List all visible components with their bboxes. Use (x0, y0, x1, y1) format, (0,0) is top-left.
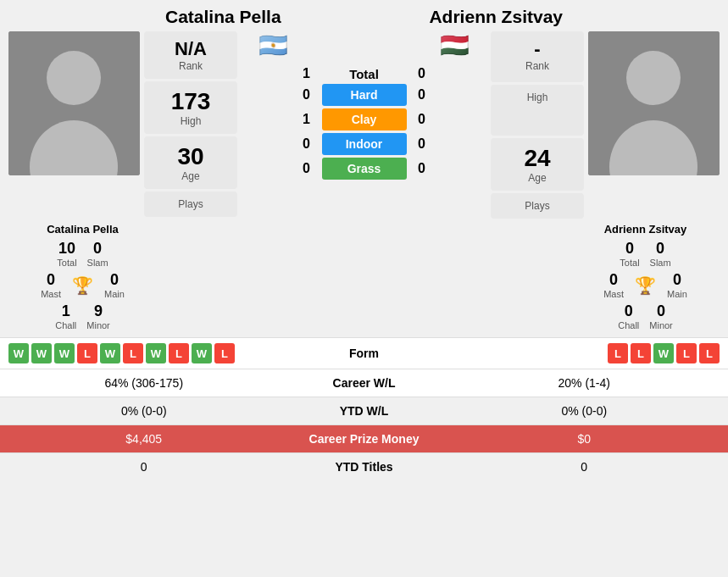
clay-row: 1 Clay 0 (242, 108, 486, 130)
form-badge: L (631, 343, 651, 363)
right-rank-label: Rank (501, 60, 574, 72)
form-badge: L (123, 343, 143, 363)
form-section: WWWLWLWLWL Form LLWLL (0, 337, 728, 369)
right-plays-box: Plays (491, 193, 584, 219)
clay-button[interactable]: Clay (322, 108, 407, 130)
form-badge: L (169, 343, 189, 363)
right-slam-stat: 0 Slam (650, 240, 671, 268)
career-wl-row: 64% (306-175) Career W/L 20% (1-4) (0, 369, 728, 397)
grass-button[interactable]: Grass (322, 158, 407, 180)
right-player-name: Adrienn Zsitvay (429, 7, 563, 27)
svg-point-1 (47, 51, 101, 105)
ytd-wl-left: 0% (0-0) (8, 404, 280, 418)
total-label: Total (322, 67, 407, 81)
form-badge: L (699, 343, 720, 363)
right-rank-val: - (501, 38, 574, 60)
ytd-titles-left: 0 (8, 460, 280, 474)
right-age-box: 24 Age (491, 138, 584, 191)
left-player-photo (8, 31, 140, 175)
left-rank-label: Rank (154, 60, 227, 72)
form-badge: W (31, 343, 52, 363)
left-age-val: 30 (154, 143, 227, 170)
left-mast-stat: 0 Mast (41, 271, 61, 299)
career-wl-label: Career W/L (280, 376, 449, 390)
left-age-box: 30 Age (144, 136, 237, 189)
left-rank-box: N/A Rank (144, 31, 237, 79)
indoor-right-score: 0 (414, 136, 431, 152)
total-right-score: 0 (414, 66, 431, 81)
left-form-badges: WWWLWLWLWL (8, 343, 288, 363)
svg-point-4 (626, 51, 681, 105)
clay-right-score: 0 (414, 112, 431, 127)
left-high-label: High (154, 115, 227, 127)
right-high-box: High (491, 85, 584, 136)
prize-right: $0 (449, 432, 720, 446)
ytd-titles-right: 0 (449, 460, 720, 474)
left-chall-stat: 1 Chall (55, 302, 76, 330)
prize-row: $4,405 Career Prize Money $0 (0, 424, 728, 452)
hard-right-score: 0 (414, 87, 431, 103)
right-age-val: 24 (501, 145, 574, 172)
prize-left: $4,405 (8, 432, 280, 446)
right-age-label: Age (501, 172, 574, 184)
form-badge: W (146, 343, 166, 363)
career-wl-left: 64% (306-175) (8, 376, 280, 390)
indoor-button[interactable]: Indoor (322, 133, 407, 155)
right-rank-box: - Rank (491, 31, 584, 82)
right-flag: 🇭🇺 (440, 31, 470, 59)
form-badge: L (676, 343, 697, 363)
right-minor-stat: 0 Minor (649, 302, 673, 330)
prize-label: Career Prize Money (280, 432, 449, 446)
left-player-name: Catalina Pella (165, 7, 281, 27)
right-mast-stat: 0 Mast (603, 271, 624, 299)
left-high-box: 173 High (144, 81, 237, 134)
form-label: Form (288, 347, 441, 360)
left-minor-stat: 9 Minor (86, 302, 110, 330)
left-flag: 🇦🇷 (258, 31, 288, 59)
ytd-wl-right: 0% (0-0) (449, 404, 720, 418)
hard-row: 0 Hard 0 (242, 84, 486, 106)
right-plays-label: Plays (501, 200, 574, 212)
left-total-stat: 10 Total (57, 240, 76, 268)
form-badge: W (100, 343, 120, 363)
form-badge: W (8, 343, 29, 363)
right-player-photo (588, 31, 720, 175)
left-slam-stat: 0 Slam (87, 240, 108, 268)
right-form-badges: LLWLL (441, 343, 720, 363)
career-wl-right: 20% (1-4) (449, 376, 720, 390)
left-age-label: Age (154, 170, 227, 182)
indoor-row: 0 Indoor 0 (242, 133, 486, 155)
hard-button[interactable]: Hard (322, 84, 407, 106)
form-badge: W (54, 343, 75, 363)
ytd-wl-label: YTD W/L (280, 404, 449, 418)
right-total-stat: 0 Total (620, 240, 639, 268)
left-high-val: 173 (154, 88, 227, 115)
indoor-left-score: 0 (298, 136, 315, 152)
right-trophy-icon: 🏆 (635, 275, 656, 296)
left-plays-label: Plays (154, 198, 227, 210)
left-trophy-icon: 🏆 (72, 275, 93, 296)
form-badge: L (214, 343, 235, 363)
ytd-wl-row: 0% (0-0) YTD W/L 0% (0-0) (0, 397, 728, 424)
grass-left-score: 0 (298, 161, 315, 176)
form-badge: W (192, 343, 212, 363)
left-rank-val: N/A (154, 38, 227, 60)
hard-left-score: 0 (298, 87, 315, 103)
total-row: 1 Total 0 (242, 66, 486, 81)
form-badge: W (653, 343, 674, 363)
form-badge: L (77, 343, 97, 363)
grass-row: 0 Grass 0 (242, 158, 486, 180)
total-left-score: 1 (298, 66, 315, 81)
ytd-titles-row: 0 YTD Titles 0 (0, 452, 728, 480)
right-player-name-below: Adrienn Zsitvay (604, 223, 687, 236)
form-badge: L (608, 343, 628, 363)
right-high-text: High (501, 92, 574, 103)
right-chall-stat: 0 Chall (618, 302, 639, 330)
clay-left-score: 1 (298, 112, 315, 127)
left-main-stat: 0 Main (104, 271, 125, 299)
left-player-name-below: Catalina Pella (47, 223, 119, 236)
left-plays-box: Plays (144, 191, 237, 217)
ytd-titles-label: YTD Titles (280, 460, 449, 474)
grass-right-score: 0 (414, 161, 431, 176)
right-main-stat: 0 Main (667, 271, 687, 299)
